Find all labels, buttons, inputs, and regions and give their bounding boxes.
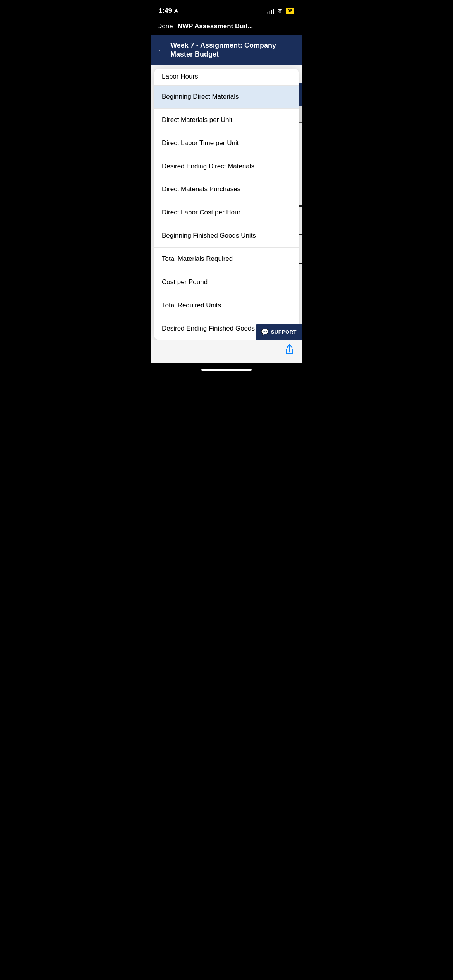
wifi-icon [276,8,283,14]
dropdown-item-label: Direct Materials per Unit [162,116,232,123]
location-icon [174,9,178,13]
nav-title: NWP Assessment Buil... [178,22,253,30]
dropdown-item-direct-materials-purchases[interactable]: Direct Materials Purchases [154,178,299,201]
share-icon [285,344,294,355]
done-button[interactable]: Done [157,22,173,30]
dropdown-item-label: Cost per Pound [162,278,208,286]
dropdown-item-label: Beginning Direct Materials [162,93,239,100]
dropdown-item-beginning-direct-materials[interactable]: Beginning Direct Materials [154,86,299,109]
dropdown-item-desired-ending-direct-materials[interactable]: Desired Ending Direct Materials [154,155,299,178]
dropdown-item-total-required-units[interactable]: Total Required Units [154,294,299,317]
dropdown-item-label: Total Materials Required [162,255,233,262]
home-indicator-bar [151,363,302,375]
status-time: 1:49 [159,7,178,15]
dropdown-item-label: Total Required Units [162,302,221,309]
dropdown-item-direct-materials-per-unit[interactable]: Direct Materials per Unit [154,109,299,132]
share-button-container[interactable] [285,344,294,356]
signal-icon [267,8,274,14]
battery-badge: 98 [286,8,294,14]
assignment-title: Week 7 - Assignment: Company Master Budg… [170,41,296,59]
support-button[interactable]: 💬 SUPPORT [256,324,302,340]
dropdown-menu: Labor Hours Beginning Direct Materials D… [154,69,299,340]
support-label: SUPPORT [271,329,297,335]
home-indicator [201,369,252,371]
dropdown-item-label: Direct Labor Cost per Hour [162,209,240,216]
back-arrow-icon[interactable]: ← [157,45,166,55]
wifi-svg [276,8,283,13]
dropdown-item-direct-labor-cost-per-hour[interactable]: Direct Labor Cost per Hour [154,201,299,224]
assignment-header: ← Week 7 - Assignment: Company Master Bu… [151,35,302,65]
dropdown-item-label: Desired Ending Direct Materials [162,163,254,170]
main-content: 1 ⋮ Produ Quart Labor Hours [151,65,302,340]
dropdown-item-beginning-finished-goods-units[interactable]: Beginning Finished Goods Units [154,224,299,248]
dropdown-item-label: Beginning Finished Goods Units [162,232,256,239]
dropdown-item-label: Direct Labor Time per Unit [162,139,239,147]
svg-marker-0 [174,9,178,13]
time-display: 1:49 [159,7,172,15]
dropdown-item-cost-per-pound[interactable]: Cost per Pound [154,271,299,294]
status-icons: 98 [267,8,294,14]
dropdown-item-direct-labor-time-per-unit[interactable]: Direct Labor Time per Unit [154,132,299,155]
dropdown-item-total-materials-required[interactable]: Total Materials Required [154,248,299,271]
support-icon: 💬 [261,328,269,336]
dropdown-item-label: Labor Hours [162,73,198,80]
status-bar: 1:49 98 [151,0,302,19]
dropdown-item-labor-hours[interactable]: Labor Hours [154,69,299,86]
top-nav: Done NWP Assessment Buil... [151,19,302,35]
bottom-bar [151,340,302,363]
dropdown-item-label: Direct Materials Purchases [162,185,240,193]
support-button-container: 💬 SUPPORT [256,324,302,340]
